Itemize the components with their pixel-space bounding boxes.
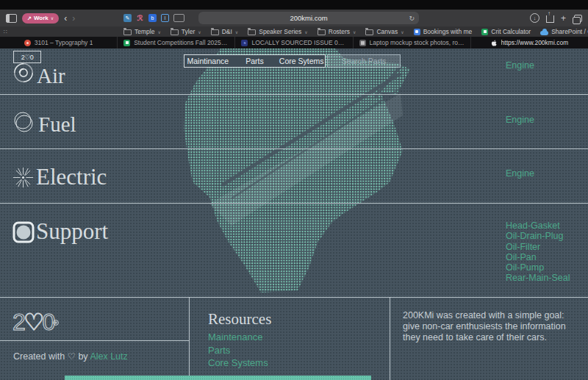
search-parts-button[interactable]: Search Parts (327, 54, 401, 68)
browser-window: ↗ Work ∨ ‹ › ✎ ℛ b I 200kmi.com ↻ ↓ + ∷ (0, 0, 588, 380)
bookmark-sharepoint[interactable]: SharePoint / OneDrive (540, 28, 588, 35)
bookmark-folder-tyler[interactable]: Tyler∨ (171, 28, 201, 35)
footer-about-text: 200KMi was created with a simple goal: g… (403, 310, 573, 344)
row-label-air: Air (37, 65, 65, 88)
chevron-down-icon: ∨ (51, 15, 54, 21)
tab-google-sheets[interactable]: Student Competitions Fall 2025 - Google … (118, 37, 235, 49)
resources-parts-link[interactable]: Parts (208, 344, 268, 357)
forward-button[interactable]: › (72, 14, 75, 23)
sheets-favicon (123, 40, 130, 46)
alex-lutz-link[interactable]: Alex Lutz (90, 351, 127, 362)
downloads-icon[interactable]: ↓ (530, 13, 539, 23)
support-link-oil-pan[interactable]: Oil-Pan (506, 252, 570, 262)
canvas-favicon (24, 40, 31, 46)
divider (0, 203, 588, 204)
site-nav-buttons: Maintinance Parts Core Sytems (184, 54, 326, 68)
chevron-down-icon: ∨ (353, 29, 356, 35)
bookmark-crit-calculator[interactable]: Crit Calculator (481, 28, 531, 35)
tab-200kmi-active[interactable]: https://www.200kmi.com (471, 37, 588, 49)
bookmark-folder-canvas[interactable]: Canvas∨ (365, 28, 404, 35)
apple-favicon (491, 40, 498, 46)
b-extension-icon[interactable]: b (148, 14, 157, 22)
row-label-fuel: Fuel (38, 113, 76, 137)
next-section-halftone-strip (65, 376, 371, 380)
address-url: 200kmi.com (290, 14, 327, 22)
resources-maintenance-link[interactable]: Maintenance (208, 331, 268, 344)
spreadsheet-icon (481, 29, 488, 35)
divider-vertical (189, 297, 190, 380)
chevron-down-icon: ∨ (198, 29, 201, 35)
folder-icon (211, 29, 219, 35)
calendar-icon (414, 29, 420, 35)
tab-strip: 3101 – Typography 1 Student Competitions… (0, 37, 588, 49)
divider-vertical (390, 297, 390, 380)
reload-icon[interactable]: ↻ (409, 15, 415, 22)
support-icon (12, 221, 35, 244)
divider-footer-top (0, 297, 588, 298)
r-extension-icon[interactable]: ℛ (136, 14, 144, 22)
share-icon[interactable] (546, 15, 554, 23)
toolbar-right-group: ↓ + (530, 10, 582, 26)
bookmarks-bar: ∷ Temple∨ Tyler∨ D&I∨ Speaker Series∨ Ro… (0, 26, 588, 37)
cloud-icon (540, 31, 548, 35)
bookmark-folder-rosters[interactable]: Rosters∨ (318, 28, 356, 35)
support-link-oil-drain-plug[interactable]: Oil-Drain-Plug (506, 231, 570, 241)
resources-core-systems-link[interactable]: Core Systems (208, 356, 268, 370)
pen-extension-icon[interactable]: ✎ (123, 14, 132, 22)
nav-parts-button[interactable]: Parts (232, 55, 279, 67)
spark-icon (12, 166, 35, 189)
folder-icon (365, 29, 373, 35)
support-link-head-gasket[interactable]: Head-Gasket (506, 221, 570, 231)
folder-icon (171, 29, 179, 35)
bookmark-folder-dandi[interactable]: D&I∨ (211, 28, 239, 35)
site-nav: Maintinance Parts Core Sytems Search Par… (184, 54, 401, 68)
tab-stock-photos[interactable]: Laptop mockup stock photos, royalty-free… (354, 37, 471, 49)
window-top-strip (0, 0, 588, 10)
grid-icon[interactable]: ∷ (4, 29, 8, 35)
bookmark-folder-speaker-series[interactable]: Speaker Series∨ (248, 28, 308, 35)
svg-text:2♡0: 2♡0 (12, 309, 54, 335)
row-label-support: Support (36, 219, 108, 244)
folder-icon (123, 29, 132, 35)
site-logo[interactable]: 2♡0 (13, 51, 41, 63)
bookmark-bookings[interactable]: Bookings with me (414, 28, 473, 35)
heart-icon: ♡ (68, 351, 76, 362)
nav-maintenance-button[interactable]: Maintinance (184, 55, 232, 67)
fuel-icon (12, 110, 35, 134)
chevron-down-icon: ∨ (235, 29, 238, 35)
chevron-down-icon: ∨ (401, 29, 404, 35)
folder-icon (318, 29, 326, 35)
bookmark-folder-temple[interactable]: Temple∨ (123, 28, 161, 35)
workspace-arrow-icon: ↗ (27, 15, 32, 21)
folder-icon (248, 29, 256, 35)
electric-engine-link[interactable]: Engine (506, 168, 534, 179)
tab-typography[interactable]: 3101 – Typography 1 (0, 37, 118, 49)
address-bar[interactable]: 200kmi.com ↻ (198, 12, 419, 24)
tab-overview-icon[interactable] (574, 15, 582, 22)
toolbar-left-group: ↗ Work ∨ ‹ › (6, 10, 75, 26)
fuel-engine-link[interactable]: Engine (506, 115, 534, 125)
resources-links: Maintenance Parts Core Systems (208, 331, 268, 370)
photo-favicon (359, 40, 366, 46)
sidebar-toggle-icon[interactable] (6, 14, 17, 23)
bookmark-items: Temple∨ Tyler∨ D&I∨ Speaker Series∨ Rost… (123, 28, 588, 35)
new-tab-icon[interactable]: + (561, 14, 566, 23)
i-extension-icon[interactable]: I (161, 14, 169, 22)
fan-icon (12, 62, 35, 84)
workspace-button[interactable]: ↗ Work ∨ (22, 13, 59, 24)
tab-locally-sourced[interactable]: LOCALLY SOURCED ISSUE 04 Bulk Submission… (235, 37, 353, 49)
footer-credit: Created with ♡ by Alex Lutz (13, 351, 128, 362)
row-label-electric: Electric (36, 165, 107, 190)
divider (0, 94, 588, 95)
footer-logo: 2♡0 (12, 308, 68, 337)
chevron-down-icon: ∨ (157, 29, 160, 35)
divider (0, 148, 588, 149)
nav-core-systems-button[interactable]: Core Sytems (278, 55, 325, 67)
support-links: Head-Gasket Oil-Drain-Plug Oil-Filter Oi… (506, 221, 570, 284)
support-link-oil-pump[interactable]: Oil-Pump (506, 262, 570, 273)
back-button[interactable]: ‹ (64, 14, 67, 23)
support-link-rear-main-seal[interactable]: Rear-Main-Seal (506, 273, 570, 283)
support-link-oil-filter[interactable]: Oil-Filter (506, 242, 570, 252)
air-engine-link[interactable]: Engine (506, 60, 534, 71)
window-icon[interactable] (173, 14, 184, 22)
